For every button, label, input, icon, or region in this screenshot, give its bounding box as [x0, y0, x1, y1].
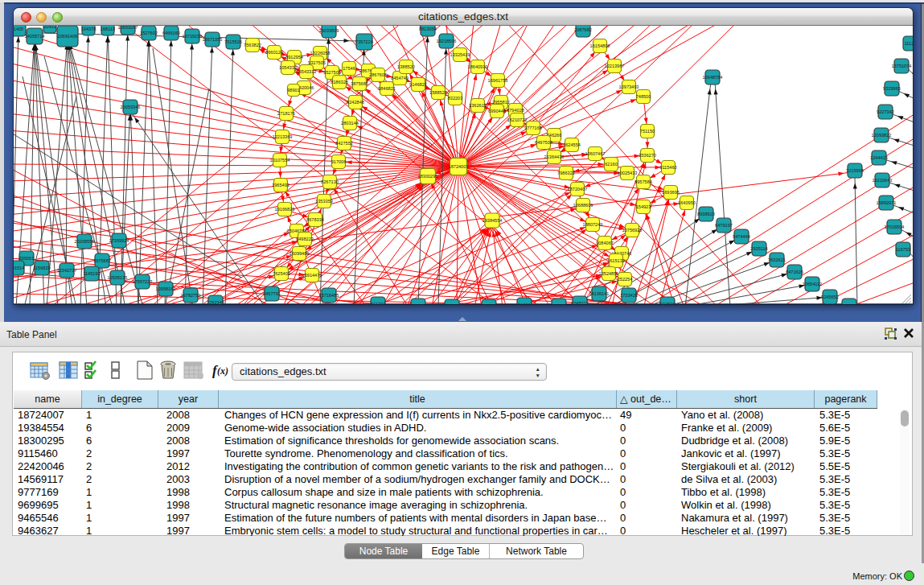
svg-text:12505135: 12505135 — [108, 275, 128, 280]
svg-text:6466160: 6466160 — [162, 31, 180, 35]
svg-text:168113: 168113 — [101, 27, 115, 31]
svg-text:20053346: 20053346 — [121, 105, 141, 109]
svg-text:1244415: 1244415 — [870, 155, 888, 160]
svg-text:1292346: 1292346 — [207, 300, 224, 304]
svg-text:16543312: 16543312 — [297, 69, 317, 74]
svg-text:8813054: 8813054 — [419, 27, 437, 31]
svg-text:51520: 51520 — [518, 303, 531, 304]
svg-text:98901: 98901 — [287, 88, 300, 93]
svg-text:12213967: 12213967 — [605, 64, 625, 68]
svg-text:18720407: 18720407 — [568, 187, 588, 192]
svg-text:15716485: 15716485 — [319, 293, 339, 298]
svg-text:974506: 974506 — [660, 302, 676, 304]
svg-text:9227342: 9227342 — [877, 109, 894, 114]
svg-text:16099489: 16099489 — [290, 251, 310, 256]
svg-text:16914479: 16914479 — [302, 273, 322, 278]
svg-text:9146821: 9146821 — [409, 82, 427, 87]
svg-text:2935114: 2935114 — [750, 246, 767, 251]
svg-text:8471626: 8471626 — [786, 270, 803, 274]
svg-text:1588520: 1588520 — [429, 90, 447, 95]
svg-text:8660124: 8660124 — [265, 50, 283, 55]
svg-text:9777169: 9777169 — [524, 126, 542, 130]
svg-text:19218506: 19218506 — [437, 39, 457, 43]
svg-text:16782759: 16782759 — [181, 293, 201, 298]
svg-text:8678334: 8678334 — [306, 217, 324, 222]
svg-text:154923: 154923 — [636, 204, 651, 209]
svg-text:9115460: 9115460 — [659, 165, 676, 170]
svg-text:7357224: 7357224 — [355, 39, 373, 44]
svg-text:2087682: 2087682 — [574, 27, 592, 32]
svg-text:8186328: 8186328 — [331, 80, 348, 84]
svg-text:16210722: 16210722 — [507, 117, 528, 122]
svg-text:3215958: 3215958 — [846, 168, 864, 173]
svg-text:1965493: 1965493 — [272, 183, 290, 187]
svg-text:11124: 11124 — [905, 41, 913, 46]
svg-text:9242848: 9242848 — [347, 100, 364, 105]
svg-text:16154808: 16154808 — [590, 43, 610, 48]
svg-text:10973493: 10973493 — [619, 84, 639, 89]
svg-text:10107554: 10107554 — [270, 158, 290, 163]
svg-text:17359924: 17359924 — [109, 238, 129, 243]
svg-text:1527602: 1527602 — [140, 31, 158, 35]
svg-text:2803144: 2803144 — [341, 121, 359, 126]
svg-text:12213369: 12213369 — [273, 134, 293, 139]
svg-text:62160: 62160 — [605, 162, 618, 167]
svg-text:832203: 832203 — [448, 96, 463, 101]
svg-text:1145193: 1145193 — [83, 271, 100, 276]
svg-text:13524851: 13524851 — [599, 271, 619, 276]
svg-text:10025433: 10025433 — [618, 171, 638, 175]
svg-text:9329965: 9329965 — [883, 86, 901, 91]
svg-text:18300295: 18300295 — [418, 174, 438, 179]
svg-text:19384554: 19384554 — [483, 218, 503, 223]
svg-text:1156829: 1156829 — [33, 266, 50, 270]
svg-text:8427552: 8427552 — [335, 141, 353, 146]
svg-text:81234: 81234 — [552, 303, 565, 304]
svg-text:9245652: 9245652 — [821, 295, 839, 299]
svg-text:14136141: 14136141 — [589, 291, 610, 296]
svg-text:96123: 96123 — [412, 303, 425, 304]
svg-text:1640950: 1640950 — [678, 200, 696, 205]
svg-text:10719155: 10719155 — [183, 34, 203, 39]
svg-text:10688609: 10688609 — [573, 203, 593, 208]
svg-text:12093822: 12093822 — [872, 133, 892, 138]
svg-text:12342737: 12342737 — [57, 268, 77, 273]
svg-text:1353359: 1353359 — [315, 199, 333, 204]
svg-text:3536270: 3536270 — [639, 153, 656, 158]
svg-text:8938923: 8938923 — [697, 212, 715, 216]
svg-text:2718176: 2718176 — [277, 111, 295, 116]
svg-text:751150: 751150 — [640, 129, 655, 134]
svg-text:3624554: 3624554 — [563, 142, 581, 147]
svg-text:252254: 252254 — [618, 277, 633, 282]
svg-text:8454749: 8454749 — [391, 76, 409, 80]
svg-text:18807249: 18807249 — [583, 222, 603, 227]
svg-text:18724007: 18724007 — [449, 164, 469, 169]
svg-text:7986322: 7986322 — [557, 171, 575, 175]
svg-text:(x): (x) — [217, 365, 228, 377]
svg-text:1405: 1405 — [14, 27, 23, 31]
svg-text:9975687: 9975687 — [93, 258, 111, 263]
svg-text:391514: 391514 — [14, 266, 24, 270]
svg-text:7632621: 7632621 — [768, 257, 786, 262]
svg-text:6479197: 6479197 — [715, 223, 733, 228]
svg-text:21364436: 21364436 — [544, 154, 565, 159]
svg-text:9957584: 9957584 — [634, 179, 652, 184]
svg-text:92450: 92450 — [843, 303, 856, 304]
svg-text:8267130: 8267130 — [321, 179, 339, 184]
svg-text:16671355: 16671355 — [203, 37, 223, 42]
svg-text:15751074: 15751074 — [892, 64, 912, 68]
svg-text:20206556: 20206556 — [75, 239, 95, 244]
svg-text:10653287: 10653287 — [118, 26, 138, 30]
svg-text:9474444: 9474444 — [733, 234, 750, 239]
svg-text:6794028: 6794028 — [507, 108, 524, 113]
svg-text:1388520: 1388520 — [397, 64, 415, 69]
svg-text:6497508: 6497508 — [535, 140, 552, 145]
svg-text:1615132: 1615132 — [607, 258, 625, 263]
svg-text:811704: 811704 — [371, 302, 385, 304]
svg-text:9527505: 9527505 — [323, 70, 341, 75]
svg-text:104378: 104378 — [81, 27, 97, 31]
svg-text:335061: 335061 — [19, 256, 35, 261]
svg-text:13226058: 13226058 — [310, 51, 331, 56]
svg-text:20691406: 20691406 — [58, 34, 78, 39]
svg-text:748500: 748500 — [636, 94, 651, 99]
svg-text:3875685: 3875685 — [351, 81, 368, 86]
